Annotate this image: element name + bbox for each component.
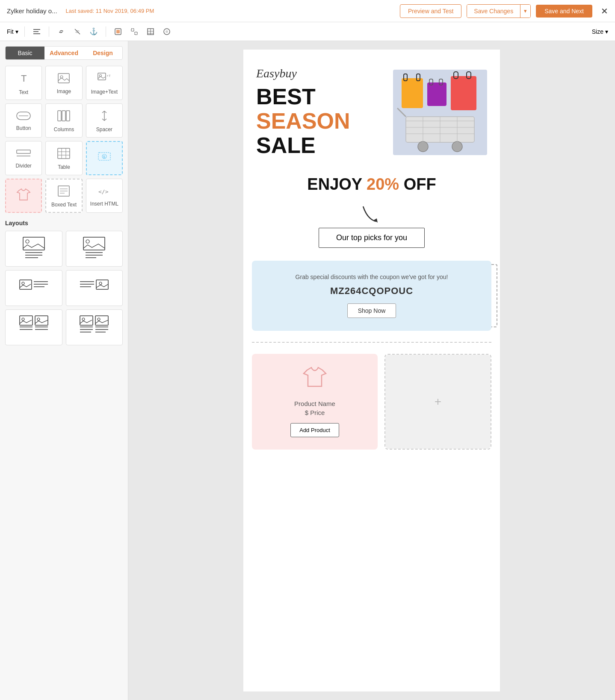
arrow-section — [243, 202, 500, 228]
component-spacer[interactable]: Spacer — [86, 103, 123, 138]
save-changes-split-button: Save Changes ▾ — [467, 4, 531, 18]
app-title: Zylker holiday o... — [7, 7, 57, 15]
shop-now-button[interactable]: Shop Now — [347, 303, 396, 318]
hero-line1: BEST — [256, 85, 384, 109]
select-icon[interactable] — [128, 26, 140, 38]
close-button[interactable]: ✕ — [601, 6, 608, 16]
svg-rect-41 — [23, 237, 44, 250]
picks-button[interactable]: Our top picks for you — [319, 228, 425, 248]
coupon-box: Grab special discounts with the coupon w… — [252, 261, 491, 331]
component-boxed-text[interactable]: Boxed Text — [45, 179, 82, 213]
component-table[interactable]: Table — [45, 141, 82, 175]
component-image[interactable]: Image — [45, 66, 82, 100]
component-image-label: Image — [57, 88, 71, 94]
picks-section: Our top picks for you — [243, 228, 500, 248]
anchor-icon[interactable]: ⚓ — [88, 26, 100, 38]
svg-line-3 — [75, 29, 80, 34]
layout-item-2[interactable] — [66, 231, 123, 267]
boxed-text-comp-icon — [58, 185, 70, 199]
svg-rect-74 — [95, 316, 108, 325]
save-changes-dropdown-button[interactable]: ▾ — [520, 5, 530, 18]
size-label: Size — [592, 28, 603, 35]
layout-item-6[interactable] — [66, 309, 123, 345]
tab-basic[interactable]: Basic — [6, 47, 44, 59]
svg-rect-1 — [33, 31, 38, 32]
svg-point-90 — [418, 141, 428, 152]
button-comp-icon — [16, 112, 31, 123]
spacer-comp-icon — [99, 110, 110, 124]
email-hero: Easybuy BEST SEASON SALE — [243, 50, 500, 167]
svg-point-91 — [452, 141, 462, 152]
component-coupon[interactable]: $ — [86, 141, 123, 175]
toolbar-separator — [24, 26, 25, 37]
product-price: $ Price — [305, 409, 325, 416]
svg-point-42 — [26, 240, 29, 243]
component-divider-label: Divider — [15, 163, 31, 169]
svg-rect-46 — [83, 237, 105, 250]
component-columns-label: Columns — [54, 126, 74, 132]
enjoy-off: OFF — [404, 175, 436, 193]
component-html[interactable]: </> Insert HTML — [86, 179, 123, 213]
component-button-label: Button — [16, 125, 31, 131]
link-icon[interactable] — [55, 26, 67, 38]
fit-dropdown[interactable]: Fit ▾ — [7, 28, 18, 35]
table-icon[interactable] — [145, 26, 157, 38]
save-changes-button[interactable]: Save Changes — [467, 5, 520, 18]
layout-grid — [5, 231, 123, 345]
coupon-dashed-edge — [491, 264, 497, 327]
svg-rect-17 — [98, 73, 106, 80]
save-status: Last saved: 11 Nov 2019, 06:49 PM — [66, 8, 154, 14]
product-section: Product Name $ Price Add Product + — [243, 350, 500, 462]
tab-advanced[interactable]: Advanced — [44, 47, 83, 59]
editor-toolbar: Fit ▾ ⚓ Size ▾ — [0, 22, 615, 41]
divider-comp-icon — [16, 149, 31, 160]
product-add-placeholder[interactable]: + — [384, 354, 491, 450]
svg-text:T: T — [21, 73, 27, 84]
canvas-area: Easybuy BEST SEASON SALE — [128, 41, 615, 700]
component-text[interactable]: T Text — [5, 66, 42, 100]
enjoy-label: ENJOY — [307, 175, 362, 193]
arrow-icon — [359, 202, 384, 224]
effects-icon[interactable] — [161, 26, 173, 38]
svg-point-70 — [82, 318, 85, 321]
component-button[interactable]: Button — [5, 103, 42, 138]
toolbar-separator2 — [49, 26, 49, 37]
enjoy-percent: 20% — [367, 175, 399, 193]
component-divider[interactable]: Divider — [5, 141, 42, 175]
component-html-label: Insert HTML — [90, 201, 118, 207]
paint-icon[interactable] — [112, 26, 124, 38]
layout-item-4[interactable] — [66, 270, 123, 306]
svg-text:</>: </> — [98, 188, 109, 195]
size-dropdown[interactable]: Size ▾ — [592, 28, 608, 35]
preview-test-button[interactable]: Preview and Test — [400, 4, 461, 18]
align-icon[interactable] — [31, 26, 43, 38]
layout-item-3[interactable] — [5, 270, 62, 306]
hero-text: Easybuy BEST SEASON SALE — [256, 67, 384, 158]
coupon-desc: Grab special discounts with the coupon w… — [265, 274, 479, 280]
coupon-comp-icon: $ — [98, 151, 111, 165]
add-product-button[interactable]: Add Product — [290, 423, 339, 437]
component-product[interactable] — [5, 179, 42, 213]
svg-rect-23 — [62, 111, 65, 121]
save-next-button[interactable]: Save and Next — [536, 5, 592, 18]
tab-design[interactable]: Design — [83, 47, 122, 59]
svg-point-62 — [22, 318, 24, 321]
columns-comp-icon — [57, 110, 70, 124]
svg-point-66 — [37, 318, 40, 321]
svg-rect-2 — [33, 33, 40, 34]
html-comp-icon: </> — [98, 186, 111, 198]
component-columns[interactable]: Columns — [45, 103, 82, 138]
svg-rect-5 — [116, 30, 120, 33]
svg-point-52 — [22, 282, 24, 285]
component-boxed-text-label: Boxed Text — [51, 202, 77, 208]
svg-rect-28 — [58, 148, 70, 159]
layout-item-1[interactable] — [5, 231, 62, 267]
table-comp-icon — [57, 148, 70, 162]
plus-icon: + — [435, 395, 441, 409]
unlink-icon[interactable] — [71, 26, 83, 38]
product-card-1: Product Name $ Price Add Product — [252, 354, 378, 450]
hero-line3: SALE — [256, 133, 384, 158]
component-image-text[interactable]: +T Image+Text — [86, 66, 123, 100]
svg-text:+T: +T — [106, 74, 111, 78]
layout-item-5[interactable] — [5, 309, 62, 345]
